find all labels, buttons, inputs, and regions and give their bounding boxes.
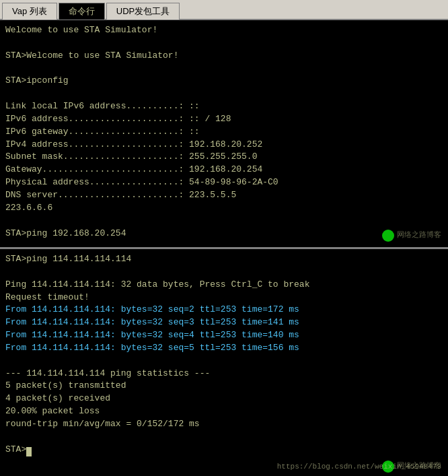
terminal-line: Gateway..........................: 192.1… (5, 164, 443, 176)
terminal-top[interactable]: Welcome to use STA Simulator! STA>Welcom… (0, 20, 448, 249)
terminal-line: STA>ipconfig (5, 75, 443, 88)
terminal-line: STA>Welcome to use STA Simulator! (5, 50, 443, 63)
terminal-line (5, 266, 443, 279)
terminal-line: From 114.114.114.114: bytes=32 seq=3 ttl… (5, 316, 443, 329)
tab-command-line[interactable]: 命令行 (59, 3, 105, 20)
terminal-line: From 114.114.114.114: bytes=32 seq=5 ttl… (5, 342, 443, 355)
terminal-line: From 114.114.114.114: bytes=32 seq=2 ttl… (5, 304, 443, 316)
terminal-line: IPv4 address.....................: 192.1… (5, 139, 443, 151)
terminal-line: Physical address.................: 54-89… (5, 176, 443, 189)
terminal-line: Request timeout! (5, 292, 443, 304)
terminal-line (5, 431, 443, 444)
terminal-bottom[interactable]: STA>ping 114.114.114.114 Ping 114.114.11… (0, 249, 448, 476)
terminal-line: 4 packet(s) received (5, 393, 443, 405)
terminal-line: 20.00% packet loss (5, 405, 443, 418)
terminal-line (5, 63, 443, 75)
terminal-line: STA>ping 192.168.20.254 (5, 228, 443, 240)
terminal-line: round-trip min/avg/max = 0/152/172 ms (5, 418, 443, 431)
terminal-line: Link local IPv6 address..........: :: (5, 100, 443, 113)
terminal-line: 223.6.6.6 (5, 202, 443, 215)
terminal-line (5, 240, 443, 249)
tab-udp-tool[interactable]: UDP发包工具 (106, 3, 180, 20)
terminal-line (5, 355, 443, 368)
terminal-line (5, 37, 443, 50)
terminal-line: From 114.114.114.114: bytes=32 seq=4 ttl… (5, 329, 443, 342)
terminal-line: Welcome to use STA Simulator! (5, 24, 443, 37)
cursor (26, 447, 32, 456)
terminal-line (5, 88, 443, 100)
app-container: Vap 列表 命令行 UDP发包工具 Welcome to use STA Si… (0, 0, 448, 476)
terminal-line (5, 215, 443, 228)
terminal-line: STA> (5, 444, 443, 456)
terminal-line: 5 packet(s) transmitted (5, 380, 443, 393)
terminal-line: DNS server.......................: 223.5… (5, 189, 443, 202)
terminal-line: Subnet mask......................: 255.2… (5, 151, 443, 164)
terminal-line: IPv6 address.....................: :: / … (5, 113, 443, 126)
terminal-line: STA>ping 114.114.114.114 (5, 253, 443, 266)
tab-vap-list[interactable]: Vap 列表 (2, 3, 57, 20)
terminal-line: Ping 114.114.114.114: 32 data bytes, Pre… (5, 279, 443, 292)
terminal-line: --- 114.114.114.114 ping statistics --- (5, 368, 443, 380)
url-watermark: https://blog.csdn.net/weixin_45948473 (277, 462, 441, 473)
tab-bar: Vap 列表 命令行 UDP发包工具 (0, 0, 448, 20)
terminal-line: IPv6 gateway.....................: :: (5, 126, 443, 139)
